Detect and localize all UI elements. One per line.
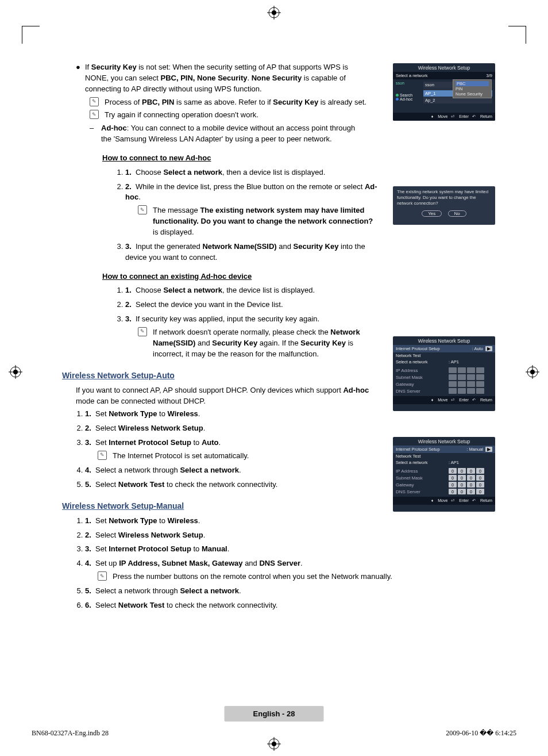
step-3: 3.Input the generated Network Name(SSID)… <box>125 241 378 263</box>
screenshot-confirm-dialog: The existing network system may have lim… <box>393 186 495 225</box>
step-4: 4.Set up IP Address, Subnet Mask, Gatewa… <box>85 558 504 582</box>
footer-filename: BN68-02327A-Eng.indb 28 <box>32 729 109 738</box>
step-5: 5.Select a network through Select a netw… <box>85 586 504 597</box>
registration-mark-right <box>526 365 539 381</box>
note-icon <box>138 205 147 214</box>
print-footer: BN68-02327A-Eng.indb 28 2009-06-10 �� 6:… <box>32 729 516 738</box>
note-check-ssid: If network doesn't operate normally, ple… <box>153 327 378 360</box>
screenshot-setup-auto: Wireless Network Setup Internet Protocol… <box>393 336 495 411</box>
page: ● If Security Key is not set: When the s… <box>0 0 548 756</box>
dash-icon: – <box>90 123 95 145</box>
security-key-paragraph: If Security Key is not set: When the sec… <box>85 62 372 95</box>
heading-existing-adhoc: How to connect an existing Ad-hoc device <box>102 271 504 282</box>
note-pbc-pin: Process of PBC, PIN is same as above. Re… <box>105 97 366 108</box>
step-6: 6.Select Network Test to check the netwo… <box>85 600 504 611</box>
note-number-buttons: Press the number buttons on the remote c… <box>113 571 392 582</box>
screenshot-setup-manual: Wireless Network Setup Internet Protocol… <box>393 437 495 512</box>
step-2: 2.Select Wireless Network Setup. <box>85 530 504 541</box>
yes-button[interactable]: Yes <box>422 210 442 217</box>
screenshot-network-list: Wireless Network Setup Select a network3… <box>393 63 495 121</box>
dialog-message: The existing network system may have lim… <box>393 186 495 209</box>
security-popup: PBC PIN None Security <box>453 79 492 98</box>
note-existing-network: The message The existing network system … <box>153 205 378 238</box>
adhoc-paragraph: Ad-hoc: You can connect to a mobile devi… <box>101 123 365 145</box>
note-icon <box>90 97 99 106</box>
shot-title: Wireless Network Setup <box>393 63 495 72</box>
registration-mark-bottom <box>267 737 281 753</box>
page-number: English - 28 <box>225 706 324 722</box>
step-1: 1.Choose Select a network, then a device… <box>125 167 504 178</box>
heading-new-adhoc: How to connect to new Ad-hoc <box>102 153 504 164</box>
note-icon <box>98 451 107 460</box>
step-3: 3.Set Internet Protocol Setup to Manual. <box>85 544 504 555</box>
step-2: 2.Select the device you want in the Devi… <box>125 300 504 310</box>
crop-mark-tl <box>22 26 40 44</box>
step-2: 2.Select Wireless Network Setup. <box>85 423 504 434</box>
arrow-right-icon: ▶ <box>485 447 492 452</box>
footer-timestamp: 2009-06-10 �� 6:14:25 <box>446 729 516 738</box>
steps-manual: 1.Set Network Type to Wireless. 2.Select… <box>85 516 504 611</box>
step-1: 1.Choose Select a network, the device li… <box>125 285 504 296</box>
bullet-icon: ● <box>76 62 79 95</box>
registration-mark-top <box>267 6 281 22</box>
arrow-right-icon: ▶ <box>485 346 492 351</box>
note-icon <box>98 571 107 581</box>
step-3: 3.If security key was applied, input the… <box>125 314 378 359</box>
registration-mark-left <box>9 365 22 381</box>
note-auto-ip: The Internet Protocol is set automatical… <box>113 451 249 462</box>
note-try-again: Try again if connecting operation doesn'… <box>105 110 258 121</box>
note-icon <box>138 327 147 336</box>
crop-mark-tr <box>508 26 526 44</box>
no-button[interactable]: No <box>448 210 466 217</box>
step-2: 2.While in the device list, press the Bl… <box>125 182 378 238</box>
auto-intro: If you want to connect AP, AP should sup… <box>76 385 386 407</box>
note-icon <box>90 110 99 119</box>
step-1: 1.Set Network Type to Wireless. <box>85 516 504 527</box>
